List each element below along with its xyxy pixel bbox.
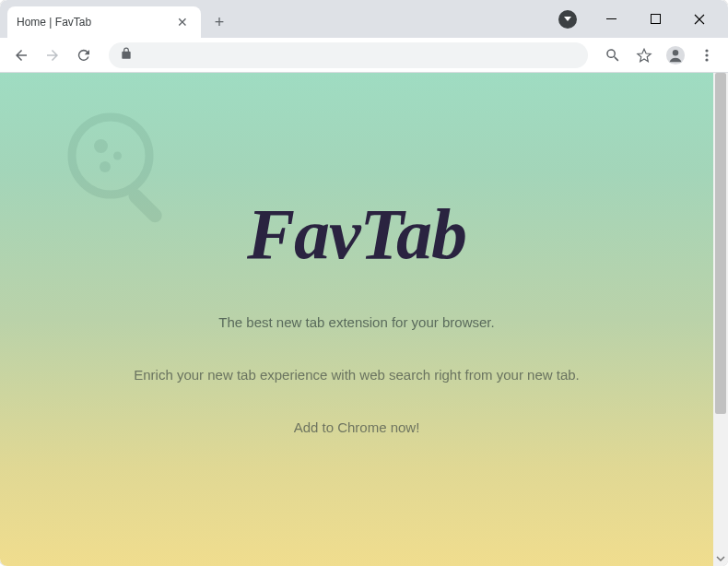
user-badge-icon[interactable]: [558, 10, 577, 29]
page-content: FavTab The best new tab extension for yo…: [0, 73, 713, 566]
vertical-scrollbar[interactable]: [713, 73, 728, 566]
close-icon[interactable]: ✕: [173, 13, 192, 31]
cta-text: Add to Chrome now!: [294, 419, 420, 435]
menu-icon[interactable]: [693, 41, 721, 69]
subline-text: Enrich your new tab experience with web …: [134, 367, 580, 383]
page-logo: FavTab: [247, 193, 466, 276]
bookmark-icon[interactable]: [630, 41, 658, 69]
lock-icon: [120, 47, 133, 64]
viewport: FavTab The best new tab extension for yo…: [0, 73, 728, 566]
tagline-text: The best new tab extension for your brow…: [218, 314, 494, 330]
profile-icon[interactable]: [662, 41, 689, 69]
svg-point-8: [94, 139, 108, 153]
tab-title: Home | FavTab: [17, 16, 173, 29]
svg-point-4: [705, 49, 708, 52]
forward-button[interactable]: [39, 41, 66, 69]
browser-tab[interactable]: Home | FavTab ✕: [7, 6, 201, 38]
scrollbar-thumb[interactable]: [715, 73, 726, 414]
tab-strip: Home | FavTab ✕ +: [0, 6, 558, 38]
maximize-button[interactable]: [636, 6, 675, 33]
svg-rect-1: [651, 15, 660, 24]
svg-rect-0: [606, 18, 616, 19]
minimize-button[interactable]: [592, 6, 630, 33]
address-bar[interactable]: [109, 42, 588, 68]
reload-button[interactable]: [70, 41, 98, 69]
browser-toolbar: [0, 38, 728, 73]
window-controls: [558, 0, 728, 38]
window-titlebar: Home | FavTab ✕ +: [0, 0, 728, 38]
zoom-icon[interactable]: [599, 41, 627, 69]
svg-point-9: [113, 152, 122, 160]
svg-point-5: [705, 53, 708, 56]
svg-point-3: [673, 50, 678, 55]
window-close-button[interactable]: [680, 6, 719, 33]
new-tab-button[interactable]: +: [206, 9, 232, 35]
watermark-magnifier-icon: [55, 100, 194, 239]
svg-point-7: [72, 117, 149, 195]
scroll-down-icon[interactable]: [713, 551, 728, 566]
svg-point-6: [705, 58, 708, 61]
back-button[interactable]: [7, 41, 35, 69]
svg-rect-11: [125, 186, 164, 225]
svg-point-10: [100, 161, 111, 172]
